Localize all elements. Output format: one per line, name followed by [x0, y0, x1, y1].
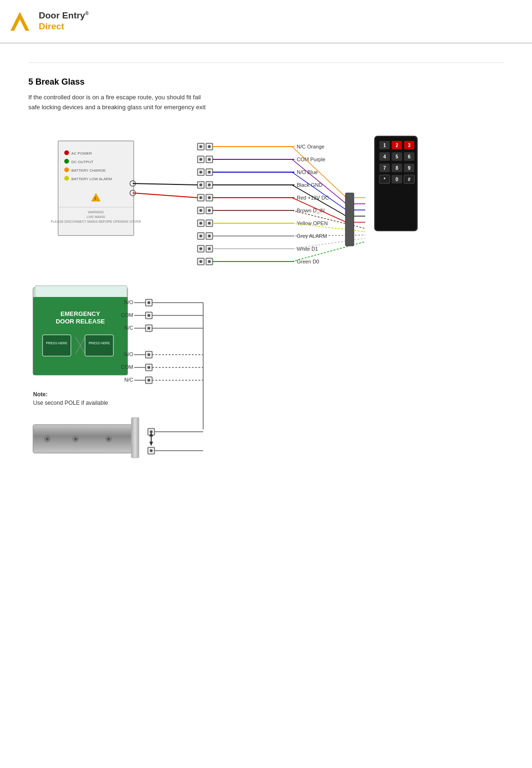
- svg-text:8: 8: [395, 166, 398, 171]
- main-content: 5 Break Glass If the controlled door is …: [0, 44, 532, 511]
- svg-marker-177: [149, 442, 153, 446]
- svg-point-160: [147, 379, 150, 382]
- svg-point-52: [199, 209, 202, 212]
- svg-text:*: *: [384, 177, 386, 182]
- svg-text:Note:: Note:: [33, 391, 48, 398]
- svg-point-34: [208, 171, 211, 174]
- svg-line-48: [133, 193, 197, 198]
- svg-text:PLEASE DISCONNECT MAINS BEFORE: PLEASE DISCONNECT MAINS BEFORE OPENING C…: [51, 220, 141, 223]
- svg-text:1: 1: [383, 143, 386, 148]
- svg-point-144: [147, 327, 150, 330]
- svg-point-5: [64, 159, 69, 164]
- svg-rect-127: [43, 335, 71, 356]
- svg-point-72: [208, 247, 211, 250]
- svg-text:COM: COM: [121, 364, 133, 370]
- svg-point-45: [199, 196, 202, 199]
- logo-icon: [9, 11, 30, 32]
- svg-point-171: [74, 437, 77, 440]
- svg-point-20: [199, 145, 202, 148]
- logo-line1: Door Entry®: [39, 10, 89, 21]
- svg-text:0: 0: [395, 177, 398, 182]
- svg-text:2: 2: [395, 143, 398, 148]
- svg-line-90: [292, 242, 365, 262]
- svg-rect-91: [345, 193, 354, 246]
- svg-text:BATTERY LOW ALARM: BATTERY LOW ALARM: [71, 177, 112, 181]
- svg-point-169: [46, 437, 49, 440]
- section-title: 5 Break Glass: [28, 77, 504, 87]
- svg-point-26: [199, 158, 202, 161]
- logo: Door Entry® Direct: [9, 10, 89, 32]
- svg-line-41: [133, 183, 197, 185]
- section-header: 5 Break Glass If the controlled door is …: [28, 77, 504, 113]
- svg-line-87: [292, 223, 365, 232]
- svg-rect-167: [131, 418, 139, 458]
- logo-line2: Direct: [39, 21, 89, 32]
- svg-point-152: [147, 353, 150, 356]
- svg-text:AC POWER: AC POWER: [71, 151, 92, 156]
- svg-text:EMERGENCY: EMERGENCY: [60, 310, 100, 317]
- svg-point-47: [208, 196, 211, 199]
- svg-text:White D1: White D1: [297, 246, 318, 252]
- svg-point-54: [208, 209, 211, 212]
- wiring-svg: AC POWER DC OUTPUT BATTERY CHARGE BATTER…: [28, 127, 504, 302]
- svg-text:Black GND: Black GND: [297, 182, 322, 188]
- svg-text:COM: COM: [121, 312, 133, 318]
- header-divider: [28, 62, 504, 63]
- svg-text:N/C: N/C: [124, 377, 133, 383]
- break-glass-svg: EMERGENCY DOOR RELEASE PRESS HERE PRESS …: [28, 283, 359, 491]
- svg-point-76: [199, 260, 202, 263]
- svg-text:Use second POLE if available: Use second POLE if available: [33, 400, 108, 406]
- svg-point-58: [199, 222, 202, 225]
- svg-text:PRESS HERE: PRESS HERE: [46, 341, 67, 345]
- svg-text:6: 6: [408, 154, 411, 159]
- svg-point-22: [208, 145, 211, 148]
- svg-point-28: [208, 158, 211, 161]
- svg-text:5: 5: [395, 154, 398, 159]
- header: Door Entry® Direct: [0, 0, 532, 44]
- svg-text:3: 3: [408, 143, 411, 148]
- wiring-diagram: AC POWER DC OUTPUT BATTERY CHARGE BATTER…: [28, 127, 504, 302]
- svg-text:DC OUTPUT: DC OUTPUT: [71, 160, 94, 164]
- svg-point-70: [199, 247, 202, 250]
- svg-point-173: [107, 437, 110, 440]
- svg-text:DOOR RELEASE: DOOR RELEASE: [56, 318, 105, 325]
- svg-text:BATTERY CHARGE: BATTERY CHARGE: [71, 168, 105, 173]
- svg-text:Yellow OPEN: Yellow OPEN: [297, 220, 328, 226]
- svg-line-89: [292, 238, 365, 249]
- svg-text:COM Purple: COM Purple: [297, 157, 326, 162]
- svg-point-40: [208, 183, 211, 186]
- svg-text:LIVE MAINS: LIVE MAINS: [86, 215, 105, 218]
- svg-point-7: [64, 167, 69, 172]
- svg-text:!: !: [94, 196, 96, 201]
- svg-point-32: [199, 171, 202, 174]
- svg-point-3: [64, 150, 69, 155]
- svg-text:Red +12V DC: Red +12V DC: [297, 195, 329, 201]
- svg-text:PRESS HERE: PRESS HERE: [88, 341, 110, 345]
- svg-point-64: [199, 235, 202, 237]
- svg-point-66: [208, 235, 211, 237]
- svg-point-136: [147, 301, 150, 304]
- svg-text:7: 7: [383, 166, 386, 171]
- svg-point-9: [64, 176, 69, 181]
- svg-point-156: [147, 366, 150, 369]
- logo-text: Door Entry® Direct: [39, 10, 89, 32]
- svg-text:N/O: N/O: [124, 299, 133, 305]
- svg-text:9: 9: [408, 166, 411, 171]
- svg-point-38: [199, 183, 202, 186]
- svg-line-83: [292, 172, 346, 210]
- svg-point-180: [150, 449, 153, 452]
- svg-point-78: [208, 260, 211, 263]
- svg-text:#: #: [408, 177, 411, 182]
- svg-text:N/O: N/O: [124, 351, 133, 357]
- svg-point-60: [208, 222, 211, 225]
- svg-text:WARNING: WARNING: [88, 210, 104, 214]
- section-description: If the controlled door is on a fire esca…: [28, 93, 208, 113]
- svg-point-140: [147, 314, 150, 317]
- svg-text:4: 4: [383, 154, 386, 159]
- svg-rect-131: [85, 335, 113, 356]
- break-glass-section: EMERGENCY DOOR RELEASE PRESS HERE PRESS …: [28, 283, 504, 492]
- svg-text:N/C: N/C: [124, 325, 133, 331]
- svg-text:N/C Orange: N/C Orange: [297, 144, 325, 149]
